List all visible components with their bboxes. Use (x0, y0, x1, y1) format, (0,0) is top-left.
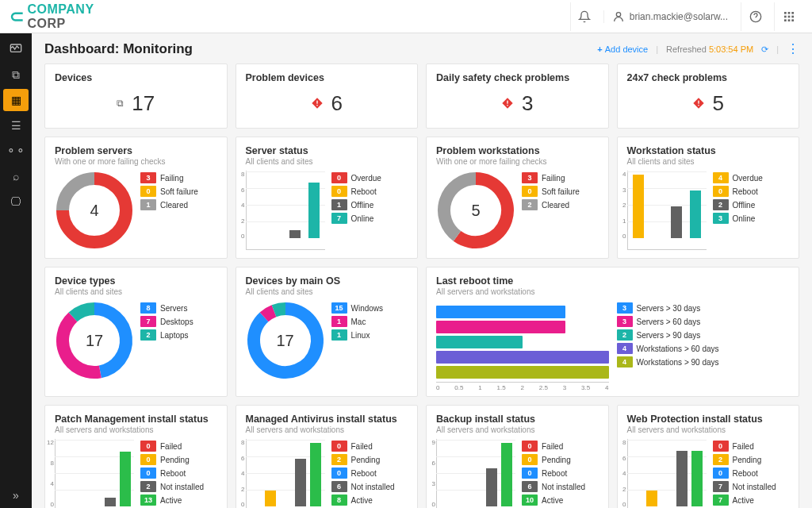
legend: 3Servers > 30 days3Servers > 60 days2Ser… (617, 302, 790, 388)
sidebar-item-tabs[interactable]: ⧉ (3, 64, 29, 86)
legend-item: 0Failed (331, 441, 408, 452)
card-backup[interactable]: Backup install statusAll servers and wor… (426, 405, 609, 508)
sidebar-item-search[interactable]: ⌕ (3, 165, 29, 187)
svg-point-0 (616, 12, 620, 16)
brand-logo: ⊂ COMPANYCORP (10, 2, 94, 31)
main-content: Dashboard: Monitoring +Add device | Refr… (32, 33, 812, 508)
legend-item: 2Not installed (140, 481, 217, 492)
legend-item: 0Reboot (713, 468, 790, 479)
legend-item: 0Reboot (522, 468, 599, 479)
legend-item: 7Desktops (140, 316, 217, 327)
sidebar-item-display[interactable]: 🖵 (3, 190, 29, 213)
hbar-chart: 00.511.522.533.54 (436, 301, 609, 388)
brand-mark: ⊂ (10, 6, 25, 27)
legend-item: 7Active (713, 495, 790, 506)
apps-button[interactable] (774, 2, 802, 31)
legend-item: 0Failed (140, 441, 217, 452)
legend-item: 1Mac (331, 316, 408, 327)
card-workstation_status[interactable]: Workstation statusAll clients and sites0… (617, 137, 800, 259)
card-webprot[interactable]: Web Protection install statusAll servers… (617, 405, 800, 508)
legend-item: 2Pending (331, 454, 408, 465)
legend-item: 0Reboot (331, 468, 408, 479)
legend: 0Overdue0Reboot1Offline7Online (331, 172, 408, 224)
legend-item: 0Failed (522, 441, 599, 452)
sidebar-item-dashboard[interactable]: ▦ (3, 89, 29, 111)
svg-rect-10 (791, 19, 794, 21)
legend-item: 0Pending (522, 454, 599, 465)
svg-rect-12 (316, 101, 317, 104)
legend-item: 0Failed (713, 441, 790, 452)
svg-rect-14 (507, 101, 508, 104)
svg-rect-3 (787, 12, 790, 14)
sidebar: ⧉ ▦ ☰ ⚬⚬ ⌕ 🖵 » (0, 33, 32, 508)
svg-rect-17 (698, 105, 699, 106)
brand-text-2: CORP (28, 17, 66, 30)
sidebar-item-filter[interactable]: ☰ (3, 114, 29, 137)
add-device-link[interactable]: +Add device (597, 44, 648, 54)
bar-chart: 02468 (627, 439, 707, 508)
refreshed-label: Refreshed 5:03:54 PM (666, 44, 753, 54)
legend: 4Overdue0Reboot2Offline3Online (713, 172, 790, 224)
legend-item: 3Online (713, 213, 790, 224)
card-devices_os[interactable]: Devices by main OSAll clients and sites1… (236, 267, 419, 397)
kpi-card[interactable]: Problem devices6 (236, 64, 419, 129)
legend-item: 6Not installed (331, 481, 408, 492)
legend-item: 1Linux (331, 329, 408, 341)
bar-chart: 04812 (55, 439, 134, 508)
bar-chart: 02468 (246, 171, 325, 250)
legend-item: 1Cleared (140, 199, 217, 210)
legend: 3Failing0Soft failure2Cleared (522, 172, 599, 210)
svg-rect-4 (791, 12, 794, 14)
bar-chart: 02468 (246, 439, 325, 508)
svg-rect-5 (784, 15, 787, 17)
legend-item: 0Overdue (331, 172, 408, 183)
donut-chart: 4 (55, 171, 134, 250)
bar-chart: 01234 (627, 171, 707, 250)
card-last-reboot[interactable]: Last reboot timeAll servers and workstat… (426, 267, 799, 397)
kpi-card[interactable]: 24x7 check problems5 (617, 64, 800, 129)
legend-item: 0Soft failure (522, 186, 599, 197)
card-patch[interactable]: Patch Management install statusAll serve… (44, 405, 228, 508)
legend-item: 2Servers > 90 days (617, 329, 790, 341)
svg-rect-13 (316, 105, 317, 106)
legend-item: 8Active (331, 495, 408, 506)
legend: 0Failed0Pending0Reboot2Not installed13Ac… (140, 441, 217, 506)
legend-item: 3Failing (522, 172, 599, 183)
legend-item: 4Overdue (713, 172, 790, 183)
legend: 0Failed0Pending0Reboot6Not installed10Ac… (522, 441, 599, 506)
kpi-card[interactable]: Daily safety check problems3 (426, 64, 609, 129)
svg-rect-16 (698, 101, 699, 104)
card-device_types[interactable]: Device typesAll clients and sites178Serv… (44, 267, 228, 397)
svg-rect-8 (784, 19, 787, 21)
sidebar-expand[interactable]: » (3, 484, 29, 506)
card-problem_workstations[interactable]: Problem workstationsWith one or more fai… (426, 137, 609, 259)
notifications-button[interactable] (570, 2, 599, 31)
more-menu[interactable]: ⋮ (787, 43, 799, 56)
legend-item: 1Offline (331, 199, 408, 210)
legend-item: 3Servers > 30 days (617, 302, 790, 314)
svg-rect-6 (787, 15, 790, 17)
legend: 3Failing0Soft failure1Cleared (140, 172, 217, 210)
legend: 0Failed2Pending0Reboot7Not installed7Act… (713, 441, 790, 506)
refresh-button[interactable]: ⟳ (761, 44, 768, 55)
sidebar-item-nodes[interactable]: ⚬⚬ (3, 140, 29, 162)
card-antivirus[interactable]: Managed Antivirus install statusAll serv… (236, 405, 419, 508)
legend-item: 2Laptops (140, 329, 217, 341)
donut-chart: 17 (246, 301, 325, 380)
legend-item: 7Not installed (713, 481, 790, 492)
donut-chart: 5 (436, 171, 515, 250)
card-problem_servers[interactable]: Problem serversWith one or more failing … (44, 137, 228, 259)
legend-item: 13Active (140, 495, 217, 506)
card-server_status[interactable]: Server statusAll clients and sites024680… (236, 137, 419, 259)
legend-item: 0Reboot (140, 468, 217, 479)
legend-item: 8Servers (140, 302, 217, 314)
bar-chart: 0369 (436, 439, 515, 508)
legend-item: 2Pending (713, 454, 790, 465)
svg-rect-7 (791, 15, 794, 17)
legend-item: 2Offline (713, 199, 790, 210)
legend-item: 0Reboot (331, 186, 408, 197)
user-menu[interactable]: brian.mackie@solarw... (603, 10, 736, 23)
kpi-card[interactable]: Devices⧉17 (44, 64, 228, 129)
help-button[interactable] (741, 2, 769, 31)
sidebar-item-monitor[interactable] (3, 38, 29, 60)
